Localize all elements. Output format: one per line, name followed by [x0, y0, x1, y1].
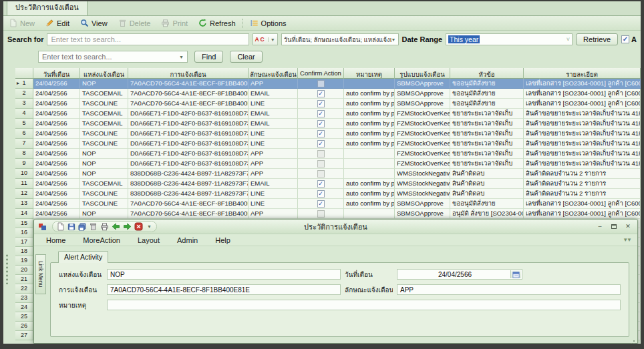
cell-alert[interactable]: D0A66E71-F1D0-42F0-B637-8169108D738F: [128, 109, 249, 119]
cell-source[interactable]: TASCOLINE: [80, 129, 128, 139]
cell-source[interactable]: NOP: [80, 159, 128, 169]
cell-detail[interactable]: สินค้าขอขยายระยะเวลาจัดเก็บจำนวน 4186 รา…: [524, 159, 641, 169]
cell-note[interactable]: auto confirm by process: [344, 199, 395, 209]
cell-type[interactable]: LINE: [249, 99, 298, 109]
clear-button[interactable]: Clear: [230, 51, 262, 63]
cell-note[interactable]: [344, 149, 395, 159]
cell-date[interactable]: 24/04/2566: [33, 169, 80, 179]
row-number-cell[interactable]: 22: [15, 284, 33, 294]
table-row[interactable]: 1124/04/2566TASCOEMAIL838DD68B-C236-4424…: [15, 179, 641, 189]
table-row[interactable]: 224/04/2566TASCOEMAIL7A0ACD70-56C4-4A1E-…: [15, 89, 641, 99]
note-field[interactable]: [107, 300, 621, 310]
cell-note[interactable]: auto confirm by process: [344, 189, 395, 199]
cell-source[interactable]: NOP: [80, 209, 128, 219]
menu-item-help[interactable]: Help: [215, 236, 230, 244]
cell-alert[interactable]: D0A66E71-F1D0-42F0-B637-8169108D738F: [128, 119, 249, 129]
trash-icon[interactable]: [89, 222, 98, 231]
cell-alert[interactable]: 7A0ACD70-56C4-4A1E-8ECF-8F1BB400E81E: [128, 199, 249, 209]
cell-subject[interactable]: ขยายระยะเวลาจัดเก็บ: [450, 159, 524, 169]
cell-source[interactable]: TASCOEMAIL: [80, 179, 128, 189]
cell-confirm-action[interactable]: ✓: [298, 99, 344, 109]
cell-type[interactable]: LINE: [249, 129, 298, 139]
confirm-checkbox[interactable]: ✓: [317, 110, 325, 117]
cell-date[interactable]: 24/04/2566: [33, 179, 80, 189]
cell-format[interactable]: WMSStockNegative: [395, 189, 450, 199]
cell-alert[interactable]: 838DD68B-C236-4424-B897-11A82973F796: [128, 179, 249, 189]
cell-date[interactable]: 24/04/2566: [33, 99, 80, 109]
row-number-cell[interactable]: 20: [15, 266, 33, 275]
cell-subject[interactable]: ขออนุมัติสั่งขาย: [450, 199, 524, 209]
cell-format[interactable]: SBMSOApprove: [395, 209, 450, 219]
row-number-cell[interactable]: 19: [15, 256, 33, 266]
cell-date[interactable]: 24/04/2566: [33, 109, 80, 119]
maximize-button[interactable]: [609, 222, 619, 231]
confirm-checkbox[interactable]: [317, 150, 325, 157]
cell-type[interactable]: APP: [249, 209, 298, 219]
column-header[interactable]: แหล่งแจ้งเตือน: [80, 68, 128, 79]
menu-item-home[interactable]: Home: [46, 236, 65, 244]
cell-confirm-action[interactable]: ✓: [298, 199, 344, 209]
cell-type[interactable]: APP: [249, 169, 298, 179]
match-case-button[interactable]: AC ▼: [253, 33, 278, 45]
cell-date[interactable]: 24/04/2566: [33, 159, 80, 169]
cell-date[interactable]: 24/04/2566: [33, 139, 80, 149]
cell-confirm-action[interactable]: [298, 149, 344, 159]
cell-source[interactable]: TASCOEMAIL: [80, 89, 128, 99]
splitter-handle[interactable]: [6, 254, 8, 284]
cell-format[interactable]: SBMSOApprove: [395, 99, 450, 109]
table-row[interactable]: 1324/04/2566TASCOLINE7A0ACD70-56C4-4A1E-…: [15, 199, 641, 209]
cell-subject[interactable]: สินค้าติดลบ: [450, 169, 524, 179]
date-field[interactable]: 24/04/2566: [397, 269, 522, 280]
cell-format[interactable]: SBMSOApprove: [395, 89, 450, 99]
cell-source[interactable]: NOP: [80, 79, 128, 89]
link-menu-tab[interactable]: Link Menu: [35, 254, 46, 294]
cell-source[interactable]: TASCOLINE: [80, 189, 128, 199]
cell-type[interactable]: EMAIL: [249, 119, 298, 129]
save-all-icon[interactable]: [78, 223, 86, 231]
table-row[interactable]: 1424/04/2566NOP7A0ACD70-56C4-4A1E-8ECF-8…: [15, 209, 641, 219]
row-number-cell[interactable]: 15: [15, 219, 33, 228]
source-field[interactable]: NOP: [107, 269, 341, 280]
tab-alert-activity[interactable]: Alert Activity: [58, 251, 108, 263]
row-number-cell[interactable]: 11: [15, 179, 33, 189]
cell-confirm-action[interactable]: [298, 209, 344, 219]
cell-alert[interactable]: D0A66E71-F1D0-42F0-B637-8169108D738F: [128, 149, 249, 159]
cell-note[interactable]: [344, 79, 395, 89]
cell-alert[interactable]: 838DD68B-C236-4424-B897-11A82973F796: [128, 189, 249, 199]
row-number-cell[interactable]: 17: [15, 238, 33, 247]
cell-subject[interactable]: ขยายระยะเวลาจัดเก็บ: [450, 129, 524, 139]
cell-note[interactable]: [344, 209, 395, 219]
cell-date[interactable]: 24/04/2566: [33, 119, 80, 129]
cell-detail[interactable]: เลขที่เอกสาร [SO2304-0001] ลูกค้า [C6003…: [524, 209, 641, 219]
menu-collapse-icon[interactable]: ▼▼: [623, 237, 631, 243]
cell-alert[interactable]: 838DD68B-C236-4424-B897-11A82973F796: [128, 169, 249, 179]
confirm-checkbox[interactable]: ✓: [317, 180, 325, 188]
cell-date[interactable]: 24/04/2566: [33, 79, 80, 89]
cell-confirm-action[interactable]: ✓: [298, 179, 344, 189]
cell-format[interactable]: FZMStockOverKeep: [395, 129, 450, 139]
column-header[interactable]: รายละเอียด: [524, 68, 641, 79]
toolbar-button-options[interactable]: Options: [250, 19, 287, 27]
cell-subject[interactable]: สินค้าติดลบ: [450, 189, 524, 199]
cell-type[interactable]: LINE: [249, 139, 298, 149]
back-arrow-icon[interactable]: [112, 222, 120, 231]
cell-detail[interactable]: สินค้าขอขยายระยะเวลาจัดเก็บจำนวน 4186 รา…: [524, 109, 641, 119]
row-number-cell[interactable]: 8: [15, 149, 33, 159]
cell-date[interactable]: 24/04/2566: [33, 149, 80, 159]
printer-icon[interactable]: [100, 222, 109, 231]
cell-format[interactable]: FZMStockOverKeep: [395, 149, 450, 159]
column-header[interactable]: วันที่เตือน: [33, 68, 80, 79]
cell-confirm-action[interactable]: [298, 169, 344, 179]
new-doc-icon[interactable]: [56, 222, 65, 231]
cell-subject[interactable]: สินค้าติดลบ: [450, 179, 524, 189]
cell-type[interactable]: APP: [249, 79, 298, 89]
cell-note[interactable]: auto confirm by process: [344, 89, 395, 99]
column-header[interactable]: หมายเหตุ: [344, 68, 395, 79]
row-number-cell[interactable]: 23: [15, 294, 33, 303]
date-range-dropdown[interactable]: This year ˅: [446, 33, 573, 45]
cell-date[interactable]: 24/04/2566: [33, 199, 80, 209]
row-number-cell[interactable]: 2: [15, 89, 33, 99]
toolbar-button-refresh[interactable]: Refresh: [198, 19, 236, 27]
cell-detail[interactable]: สินค้าขอขยายระยะเวลาจัดเก็บจำนวน 4186 รา…: [524, 139, 641, 149]
cell-confirm-action[interactable]: [298, 79, 344, 89]
